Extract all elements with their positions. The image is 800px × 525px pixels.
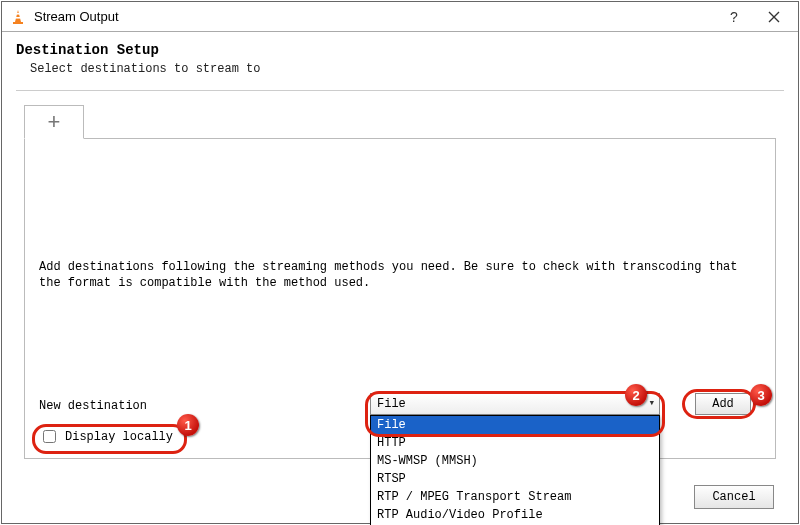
plus-icon: +	[48, 109, 61, 135]
page-title: Destination Setup	[16, 42, 784, 58]
display-locally-checkbox[interactable]	[43, 430, 56, 443]
add-button-label: Add	[712, 397, 734, 411]
destination-dropdown[interactable]: FileHTTPMS-WMSP (MMSH)RTSPRTP / MPEG Tra…	[370, 415, 660, 525]
vlc-cone-icon	[10, 9, 26, 25]
tab-baseline	[24, 138, 776, 139]
window-title: Stream Output	[34, 9, 714, 24]
titlebar: Stream Output ?	[2, 2, 798, 32]
separator	[16, 90, 784, 91]
cancel-button[interactable]: Cancel	[694, 485, 774, 509]
destination-option[interactable]: RTP Audio/Video Profile	[371, 506, 659, 524]
destinations-tab-area: + Add destinations following the streami…	[24, 105, 776, 459]
svg-marker-0	[15, 10, 21, 22]
destination-select-value: File	[377, 397, 406, 411]
tab-strip: +	[24, 105, 776, 139]
cancel-button-label: Cancel	[712, 490, 755, 504]
display-locally-label: Display locally	[65, 430, 173, 444]
add-tab-button[interactable]: +	[24, 105, 84, 139]
svg-rect-3	[15, 17, 20, 19]
destination-select-wrap: File FileHTTPMS-WMSP (MMSH)RTSPRTP / MPE…	[370, 393, 660, 415]
help-button[interactable]: ?	[714, 3, 754, 31]
destination-option[interactable]: MS-WMSP (MMSH)	[371, 452, 659, 470]
instructions-text: Add destinations following the streaming…	[39, 259, 761, 291]
new-destination-label: New destination	[39, 399, 147, 413]
svg-rect-2	[16, 13, 20, 15]
destination-select[interactable]: File	[370, 393, 660, 415]
destination-option[interactable]: HTTP	[371, 434, 659, 452]
stream-output-window: Stream Output ? Destination Setup Select…	[1, 1, 799, 524]
wizard-header: Destination Setup Select destinations to…	[2, 32, 798, 80]
add-button[interactable]: Add	[695, 393, 751, 415]
destination-option[interactable]: RTP / MPEG Transport Stream	[371, 488, 659, 506]
destinations-panel: Add destinations following the streaming…	[24, 139, 776, 459]
destination-option[interactable]: File	[371, 416, 659, 434]
page-subtitle: Select destinations to stream to	[16, 62, 784, 76]
display-locally-row[interactable]: Display locally	[39, 427, 173, 446]
destination-option[interactable]: RTSP	[371, 470, 659, 488]
svg-rect-1	[13, 22, 23, 24]
close-button[interactable]	[754, 3, 794, 31]
